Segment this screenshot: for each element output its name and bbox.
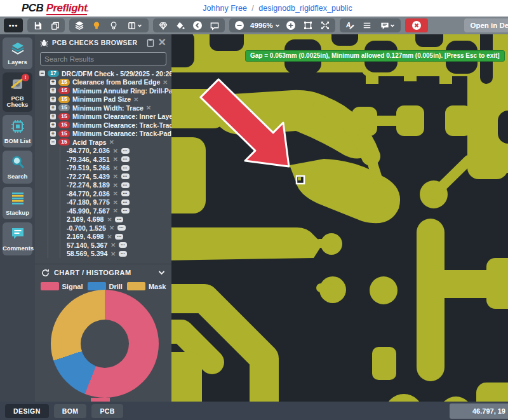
violation-item[interactable]: -79.519, 5.266✕••• [67,164,171,173]
sidebar-item-bom-list[interactable]: BOM List [3,115,32,148]
comment-bubble-icon[interactable]: ••• [121,191,130,196]
marquee-select-button[interactable] [300,18,316,32]
layout-columns-button[interactable] [123,18,147,32]
violation-coordinates: -79.346, 4.351 [67,156,110,163]
comment-bubble-icon[interactable]: ••• [119,242,127,248]
remove-violation-icon[interactable]: ✕ [109,224,114,231]
remove-violation-icon[interactable]: ✕ [113,182,118,189]
remove-check-icon[interactable]: ✕ [133,96,138,103]
sidebar-item-stackup[interactable]: Stackup [3,187,32,220]
comment-bubble-icon[interactable]: ••• [121,208,130,213]
expand-icon[interactable]: + [50,122,56,128]
violation-coordinates: -45.990, 7.567 [67,207,110,215]
comment-bubble-icon[interactable]: ••• [117,225,126,231]
sidebar-item-comments[interactable]: Comments [3,222,32,255]
highlight-off-button[interactable] [105,18,122,32]
view-tab-bom[interactable]: BOM [54,404,87,418]
check-root-row[interactable]: − 17 DRC/DFM Check - 5/29/2025 - 20:26 [39,69,171,78]
zoom-in-button[interactable] [283,18,299,32]
remove-violation-icon[interactable]: ✕ [113,173,118,180]
close-panel-icon[interactable]: ✕ [158,37,166,48]
render-quality-button[interactable] [155,18,171,32]
comment-notes-button[interactable] [376,18,399,32]
expand-icon[interactable]: + [50,79,56,85]
remove-check-icon[interactable]: ✕ [163,79,168,86]
highlight-on-button[interactable] [88,18,105,32]
expand-icon[interactable]: + [50,88,56,93]
remove-violation-icon[interactable]: ✕ [113,207,118,214]
check-item[interactable]: +15Minimum Clearance: Track-Track [50,121,171,130]
comment-bubble-icon[interactable]: ••• [119,251,127,257]
remove-violation-icon[interactable]: ✕ [113,190,118,197]
fit-view-button[interactable] [317,18,333,32]
remove-violation-icon[interactable]: ✕ [113,156,118,163]
remove-violation-icon[interactable]: ✕ [107,216,112,223]
count-badge: 15 [58,130,70,137]
comment-bubble-icon[interactable]: ••• [115,217,123,222]
fill-bucket-icon [175,21,185,30]
duplicate-button[interactable] [46,18,63,32]
pcb-canvas[interactable]: Gap = 0.063mm (0.0025in), Minimum allowe… [171,34,508,402]
collapse-icon[interactable]: − [50,139,56,145]
check-item[interactable]: +15Minimum Width: Trace✕ [50,104,171,112]
comment-bubble-icon[interactable]: ••• [121,165,130,171]
save-button[interactable] [29,18,46,32]
expand-icon[interactable]: + [50,114,56,119]
violation-item[interactable]: -84.770, 2.036✕••• [67,147,171,156]
comment-bubble-icon[interactable]: ••• [115,234,123,240]
violation-item[interactable]: -72.274, 5.439✕••• [67,172,171,181]
remove-violation-icon[interactable]: ✕ [113,147,118,154]
sidebar-item-pcb-checks[interactable]: ! PCB Checks [3,72,32,112]
close-session-button[interactable] [405,18,428,32]
back-button[interactable] [189,18,206,32]
zoom-level-dropdown[interactable]: 4996% [248,22,282,29]
violation-item[interactable]: 57.140, 5.367✕••• [67,241,171,250]
remove-violation-icon[interactable]: ✕ [113,199,118,206]
violation-item[interactable]: -45.990, 7.567✕••• [67,207,171,215]
view-tab-pcb[interactable]: PCB [91,404,123,418]
sidebar-item-layers[interactable]: Layers [3,37,32,69]
comment-bubble-icon[interactable]: ••• [121,148,130,154]
sidebar-item-search[interactable]: Search [3,151,32,184]
check-item[interactable]: +15Minimum Clearance: Inner Layers [50,112,171,121]
open-in-desktop-button[interactable]: Open in Desk [464,18,508,32]
check-item[interactable]: +15Minimum Annular Ring: Drill-Pad [50,86,171,95]
comment-button[interactable] [206,18,223,32]
fill-bucket-button[interactable] [172,18,189,32]
violation-item[interactable]: 58.569, 5.394✕••• [67,250,171,259]
expand-icon[interactable]: + [50,131,56,137]
view-tab-design[interactable]: DESIGN [5,404,49,418]
remove-violation-icon[interactable]: ✕ [113,165,118,172]
more-menu-button[interactable]: ••• [4,18,23,32]
project-link[interactable]: designodb_rigidflex_public [258,4,352,13]
comment-bubble-icon[interactable]: ••• [121,182,130,188]
violation-item[interactable]: -84.770, 2.036✕••• [67,189,171,198]
zoom-out-button[interactable] [231,18,248,32]
check-item[interactable]: −15Acid Traps✕ [50,138,171,147]
list-view-button[interactable] [359,18,375,32]
measure-button[interactable]: A [342,18,358,32]
check-item[interactable]: +15Clearance from Board Edge✕ [50,78,171,87]
remove-violation-icon[interactable]: ✕ [107,233,112,240]
collapse-icon[interactable]: − [39,71,45,76]
comment-bubble-icon[interactable]: ••• [121,173,130,179]
violation-item[interactable]: 2.169, 4.698✕••• [67,215,171,224]
check-item[interactable]: +15Minimum Pad Size✕ [50,95,171,104]
violation-item[interactable]: 2.169, 4.698✕••• [67,233,171,241]
layers-button[interactable] [71,18,88,32]
remove-check-icon[interactable]: ✕ [146,104,151,111]
expand-icon[interactable]: + [50,97,56,102]
comment-bubble-icon[interactable]: ••• [121,200,130,205]
search-results-input[interactable] [40,52,166,65]
check-item[interactable]: +15Minimum Clearance: Track-Pad› [50,130,171,139]
violation-item[interactable]: -47.180, 9.775✕••• [67,198,171,207]
remove-check-icon[interactable]: ✕ [109,139,114,146]
violation-item[interactable]: -0.700, 1.525✕••• [67,224,171,233]
remove-violation-icon[interactable]: ✕ [110,241,116,248]
comment-bubble-icon[interactable]: ••• [121,156,130,162]
violation-item[interactable]: -79.346, 4.351✕••• [67,155,171,164]
violation-item[interactable]: -72.274, 8.189✕••• [67,181,171,190]
expand-icon[interactable]: + [50,105,56,111]
user-link[interactable]: Johhny Free [203,4,246,13]
remove-violation-icon[interactable]: ✕ [110,250,116,257]
